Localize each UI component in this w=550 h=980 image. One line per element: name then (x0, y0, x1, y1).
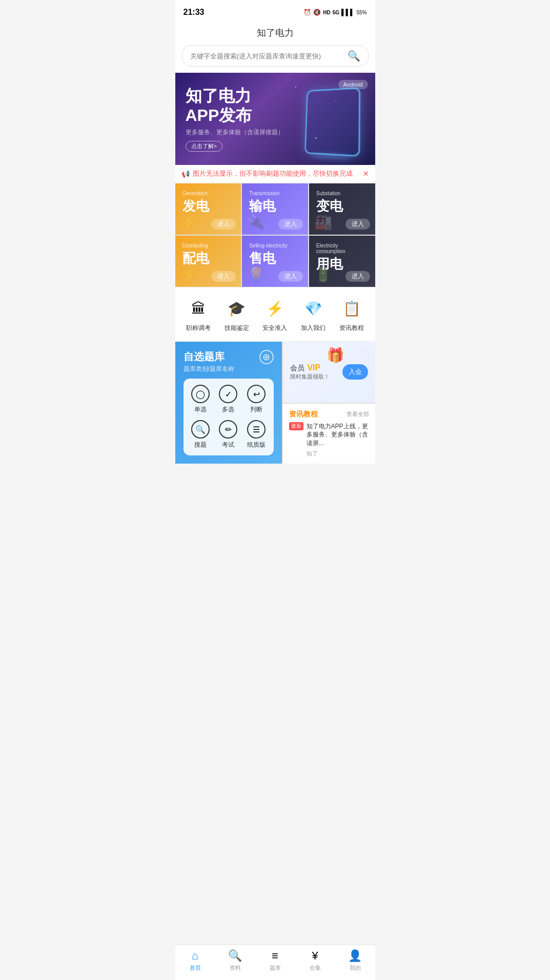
skill-cert-label: 技能鉴定 (225, 324, 249, 332)
network-bars-icon: ▌▌▌ (341, 9, 355, 16)
category-zh-generation: 发电 (182, 197, 234, 215)
mute-icon: 🔇 (313, 9, 321, 16)
judgment-icon: ↩ (247, 385, 266, 403)
category-en-transmission: Transmission (249, 191, 301, 196)
status-time: 21:33 (184, 8, 205, 17)
banner: 知了电力 APP发布 更多服务、更多体验（含读屏搜题） 点击了解> Androi… (175, 73, 375, 165)
status-icons: ⏰ 🔇 HD 5G ▌▌▌ 55% (303, 9, 366, 16)
paper-icon: ☰ (247, 420, 266, 439)
hd-icon: HD (323, 10, 330, 15)
type-search[interactable]: 🔍 搜题 (190, 420, 212, 449)
page-title: 知了电力 (175, 23, 375, 45)
exam-label: 考试 (222, 441, 234, 449)
generation-enter-button[interactable]: 进入 (211, 219, 236, 230)
transmission-enter-button[interactable]: 进入 (278, 219, 303, 230)
category-card-consumption[interactable]: Electricity consumption 用电 🔋 进入 (309, 236, 375, 287)
selling-icon: 💡 (247, 266, 265, 283)
search-input-wrapper[interactable]: 🔍 (181, 45, 369, 67)
generation-icon: ⚡ (180, 214, 198, 231)
notice-speaker-icon: 📢 (181, 170, 190, 178)
category-card-transmission[interactable]: Transmission 输电 🔌 进入 (242, 183, 308, 235)
banner-subtitle: 更多服务、更多体验（含读屏搜题） (186, 128, 284, 137)
distributing-enter-button[interactable]: 进入 (211, 271, 236, 282)
news-card: 资讯教程 查看全部 最新 知了电力APP上线，更多服务、更多体验（含读屏... … (283, 404, 375, 464)
category-card-selling[interactable]: Selling electricity 售电 💡 进入 (242, 236, 308, 287)
category-zh-transmission: 输电 (249, 197, 301, 215)
notice-close-icon[interactable]: ✕ (363, 170, 369, 178)
transmission-icon: 🔌 (247, 214, 265, 231)
quick-link-join[interactable]: 💎 加入我们 (301, 296, 325, 332)
device-glow (311, 153, 352, 160)
search-input[interactable] (190, 52, 348, 60)
substation-icon: 🏭 (314, 214, 332, 231)
question-types-grid: ◯ 单选 ✓ 多选 ↩ 判断 🔍 搜题 ✏ 考试 ☰ 纸质版 (184, 379, 274, 455)
distributing-icon: ⚡ (180, 266, 198, 283)
battery-icon: 55% (356, 10, 366, 15)
quick-link-skill-cert[interactable]: 🎓 技能鉴定 (225, 296, 249, 332)
join-label: 加入我们 (301, 324, 325, 332)
device-shape (304, 87, 360, 157)
paper-label: 纸质版 (247, 441, 266, 449)
self-select-subtitle: 题库类别/题库名称 (184, 365, 274, 373)
vip-info: 会员 VIP 限时集题领取！ (290, 363, 330, 381)
vip-subtitle: 限时集题领取！ (290, 373, 330, 381)
vip-card: 会员 VIP 限时集题领取！ 🎁 入会 (283, 342, 375, 403)
selling-enter-button[interactable]: 进入 (278, 271, 303, 282)
quick-link-news[interactable]: 📋 资讯教程 (339, 296, 364, 332)
news-link-icon: 📋 (339, 296, 364, 321)
join-icon: 💎 (301, 296, 325, 321)
safety-label: 安全准入 (262, 324, 287, 332)
category-grid: Generation 发电 ⚡ 进入 Transmission 输电 🔌 进入 … (175, 183, 375, 287)
type-multi-choice[interactable]: ✓ 多选 (217, 385, 239, 414)
category-card-generation[interactable]: Generation 发电 ⚡ 进入 (175, 183, 241, 235)
category-en-substation: Substation (316, 191, 368, 196)
type-judgment[interactable]: ↩ 判断 (246, 385, 268, 414)
category-en-generation: Generation (182, 191, 234, 196)
banner-text: 知了电力 APP发布 更多服务、更多体验（含读屏搜题） 点击了解> (175, 76, 294, 162)
safety-icon: ⚡ (262, 296, 287, 321)
status-bar: 21:33 ⏰ 🔇 HD 5G ▌▌▌ 55% (175, 0, 375, 23)
news-more-link[interactable]: 查看全部 (347, 410, 369, 418)
vip-title: 会员 VIP (290, 363, 330, 373)
search-icon[interactable]: 🔍 (348, 50, 360, 62)
multi-choice-icon: ✓ (219, 385, 237, 403)
category-zh-distributing: 配电 (182, 249, 234, 267)
notice-text: 图片无法显示，但不影响刷题功能使用，尽快切换完成 (193, 169, 360, 178)
alarm-icon: ⏰ (303, 9, 311, 16)
search-bar: 🔍 (175, 45, 375, 73)
banner-learn-more-button[interactable]: 点击了解> (186, 141, 222, 152)
quick-links: 🏛 职称调考 🎓 技能鉴定 ⚡ 安全准入 💎 加入我们 📋 资讯教程 (175, 288, 375, 341)
notice-bar: 📢 图片无法显示，但不影响刷题功能使用，尽快切换完成 ✕ (175, 165, 375, 182)
signal-icon: 5G (333, 10, 339, 15)
category-en-distributing: Distributing (182, 243, 234, 248)
news-new-badge: 最新 (289, 422, 303, 430)
type-exam[interactable]: ✏ 考试 (217, 420, 239, 449)
vip-member-text: 会员 (290, 364, 304, 372)
substation-enter-button[interactable]: 进入 (345, 219, 370, 230)
news-item-body: 知了电力APP上线，更多服务、更多体验（含读屏... 知了 (307, 422, 369, 457)
exam-icon: ✏ (219, 420, 237, 439)
category-card-substation[interactable]: Substation 变电 🏭 进入 (309, 183, 375, 235)
category-zh-selling: 售电 (249, 249, 301, 267)
type-paper[interactable]: ☰ 纸质版 (246, 420, 268, 449)
consumption-enter-button[interactable]: 进入 (345, 271, 370, 282)
title-exam-label: 职称调考 (186, 324, 211, 332)
join-vip-button[interactable]: 入会 (342, 364, 368, 380)
category-card-distributing[interactable]: Distributing 配电 ⚡ 进入 (175, 236, 241, 287)
quick-link-title-exam[interactable]: 🏛 职称调考 (186, 296, 211, 332)
single-choice-label: 单选 (194, 405, 207, 414)
right-column: 会员 VIP 限时集题领取！ 🎁 入会 资讯教程 查看全部 最新 知了电力APP… (283, 342, 375, 464)
news-item[interactable]: 最新 知了电力APP上线，更多服务、更多体验（含读屏... 知了 (289, 422, 369, 457)
multi-choice-label: 多选 (222, 405, 234, 414)
search-q-icon: 🔍 (191, 420, 210, 439)
news-link-label: 资讯教程 (339, 324, 364, 332)
title-exam-icon: 🏛 (186, 296, 211, 321)
vip-badge: VIP (307, 363, 320, 372)
consumption-icon: 🔋 (314, 266, 332, 283)
skill-cert-icon: 🎓 (225, 296, 249, 321)
quick-link-safety[interactable]: ⚡ 安全准入 (262, 296, 287, 332)
news-card-header: 资讯教程 查看全部 (289, 410, 369, 419)
type-single-choice[interactable]: ◯ 单选 (190, 385, 212, 414)
news-card-title: 资讯教程 (289, 410, 318, 419)
add-bank-button[interactable]: ⊕ (259, 350, 274, 364)
